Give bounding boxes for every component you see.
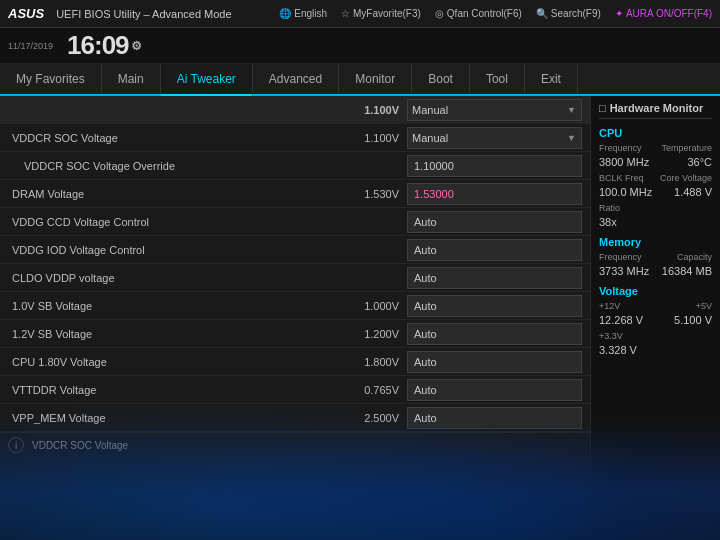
v5-value: 5.100 V bbox=[674, 314, 712, 326]
time-display: 16:09 ⚙ bbox=[67, 30, 141, 61]
row-dram-voltage: DRAM Voltage 1.530V bbox=[0, 180, 590, 208]
1v0-sb-label: 1.0V SB Voltage bbox=[8, 300, 334, 312]
mem-cap-value: 16384 MB bbox=[662, 265, 712, 277]
mem-freq-value: 3733 MHz bbox=[599, 265, 649, 277]
cpu-bclk-label: BCLK Freq bbox=[599, 173, 644, 183]
header-value: 1.100V bbox=[334, 104, 399, 116]
v12-label: +12V bbox=[599, 301, 620, 311]
1v0-sb-value: 1.000V bbox=[334, 300, 399, 312]
row-cpu-1v8: CPU 1.80V Voltage 1.800V bbox=[0, 348, 590, 376]
v12-value: 12.268 V bbox=[599, 314, 643, 326]
cpu-ratio-value-row: 38x bbox=[599, 216, 712, 230]
aura-button[interactable]: ✦ AURA ON/OFF(F4) bbox=[615, 8, 712, 19]
1v0-sb-input[interactable] bbox=[407, 295, 582, 317]
cpu-1v8-input[interactable] bbox=[407, 351, 582, 373]
1v2-sb-label: 1.2V SB Voltage bbox=[8, 328, 334, 340]
search-icon: 🔍 bbox=[536, 8, 548, 19]
bios-title: UEFI BIOS Utility – Advanced Mode bbox=[56, 8, 231, 20]
row-cldo-vddp: CLDO VDDP voltage bbox=[0, 264, 590, 292]
tab-exit[interactable]: Exit bbox=[525, 64, 578, 94]
search-label: Search(F9) bbox=[551, 8, 601, 19]
cpu-1v8-value: 1.800V bbox=[334, 356, 399, 368]
qfan-label: Qfan Control(F6) bbox=[447, 8, 522, 19]
vddcr-soc-override-input[interactable] bbox=[407, 155, 582, 177]
cpu-freq-value-row: 3800 MHz 36°C bbox=[599, 156, 712, 170]
clock-bar: 11/17/2019 16:09 ⚙ bbox=[0, 28, 720, 64]
row-1v0-sb: 1.0V SB Voltage 1.000V bbox=[0, 292, 590, 320]
1v2-sb-value: 1.200V bbox=[334, 328, 399, 340]
date-display: 11/17/2019 bbox=[8, 41, 53, 51]
cpu-temp-label: Temperature bbox=[661, 143, 712, 153]
vddcr-soc-voltage-label: VDDCR SOC Voltage bbox=[8, 132, 334, 144]
fan-icon: ◎ bbox=[435, 8, 444, 19]
v33-label: +3.3V bbox=[599, 331, 623, 341]
tab-tool[interactable]: Tool bbox=[470, 64, 525, 94]
vddg-iod-input[interactable] bbox=[407, 239, 582, 261]
asus-logo: ASUS bbox=[8, 6, 44, 21]
v5-label: +5V bbox=[696, 301, 712, 311]
aura-label: AURA ON/OFF(F4) bbox=[626, 8, 712, 19]
tab-monitor[interactable]: Monitor bbox=[339, 64, 412, 94]
row-vddcr-soc-voltage: VDDCR SOC Voltage 1.100V Manual Auto bbox=[0, 124, 590, 152]
vddcr-soc-voltage-value: 1.100V bbox=[334, 132, 399, 144]
tab-main[interactable]: Main bbox=[102, 64, 161, 94]
voltage-section-title: Voltage bbox=[599, 285, 712, 297]
header-mode-select[interactable]: Manual Auto bbox=[407, 99, 582, 121]
myfavorites-label: MyFavorite(F3) bbox=[353, 8, 421, 19]
clock-gear-icon[interactable]: ⚙ bbox=[131, 39, 141, 53]
dram-voltage-input[interactable] bbox=[407, 183, 582, 205]
mem-freq-row: Frequency Capacity bbox=[599, 252, 712, 262]
v33-value-row: 3.328 V bbox=[599, 344, 712, 358]
vddg-iod-label: VDDG IOD Voltage Control bbox=[8, 244, 334, 256]
row-vddg-iod: VDDG IOD Voltage Control bbox=[0, 236, 590, 264]
globe-icon: 🌐 bbox=[279, 8, 291, 19]
cpu-ratio-value: 38x bbox=[599, 216, 617, 228]
cpu-freq-row: Frequency Temperature bbox=[599, 143, 712, 153]
cpu-corevolt-value: 1.488 V bbox=[674, 186, 712, 198]
cpu-bclk-row: BCLK Freq Core Voltage bbox=[599, 173, 712, 183]
1v2-sb-input[interactable] bbox=[407, 323, 582, 345]
v12-row: +12V +5V bbox=[599, 301, 712, 311]
v33-row: +3.3V bbox=[599, 331, 712, 341]
hw-monitor-title: □ Hardware Monitor bbox=[599, 102, 712, 119]
nav-tabs: My Favorites Main Ai Tweaker Advanced Mo… bbox=[0, 64, 720, 96]
cldo-vddp-input[interactable] bbox=[407, 267, 582, 289]
row-1v2-sb: 1.2V SB Voltage 1.200V bbox=[0, 320, 590, 348]
tab-advanced[interactable]: Advanced bbox=[253, 64, 339, 94]
mem-freq-label: Frequency bbox=[599, 252, 642, 262]
cpu-1v8-label: CPU 1.80V Voltage bbox=[8, 356, 334, 368]
monitor-icon: □ bbox=[599, 102, 606, 114]
mem-cap-label: Capacity bbox=[677, 252, 712, 262]
tab-boot[interactable]: Boot bbox=[412, 64, 470, 94]
cpu-ratio-label: Ratio bbox=[599, 203, 620, 213]
dram-voltage-value: 1.530V bbox=[334, 188, 399, 200]
tab-ai-tweaker[interactable]: Ai Tweaker bbox=[161, 64, 253, 96]
cpu-bclk-value: 100.0 MHz bbox=[599, 186, 652, 198]
header-select-wrapper: Manual Auto bbox=[407, 99, 582, 121]
cpu-bclk-value-row: 100.0 MHz 1.488 V bbox=[599, 186, 712, 200]
english-label: English bbox=[294, 8, 327, 19]
row-vddcr-soc-override: VDDCR SOC Voltage Override bbox=[0, 152, 590, 180]
cpu-temp-value: 36°C bbox=[687, 156, 712, 168]
vddcr-soc-select-wrapper: Manual Auto bbox=[407, 127, 582, 149]
cpu-ratio-row: Ratio bbox=[599, 203, 712, 213]
cpu-freq-label: Frequency bbox=[599, 143, 642, 153]
english-selector[interactable]: 🌐 English bbox=[279, 8, 327, 19]
search-button[interactable]: 🔍 Search(F9) bbox=[536, 8, 601, 19]
v12-value-row: 12.268 V 5.100 V bbox=[599, 314, 712, 328]
cpu-corevolt-label: Core Voltage bbox=[660, 173, 712, 183]
mem-freq-value-row: 3733 MHz 16384 MB bbox=[599, 265, 712, 279]
cpu-freq-value: 3800 MHz bbox=[599, 156, 649, 168]
top-bar: ASUS UEFI BIOS Utility – Advanced Mode 🌐… bbox=[0, 0, 720, 28]
cpu-section-title: CPU bbox=[599, 127, 712, 139]
top-bar-actions: 🌐 English ☆ MyFavorite(F3) ◎ Qfan Contro… bbox=[279, 8, 712, 19]
vddcr-soc-select[interactable]: Manual Auto bbox=[407, 127, 582, 149]
tab-my-favorites[interactable]: My Favorites bbox=[0, 64, 102, 94]
aura-icon: ✦ bbox=[615, 8, 623, 19]
vddg-ccd-input[interactable] bbox=[407, 211, 582, 233]
vddcr-soc-override-label: VDDCR SOC Voltage Override bbox=[8, 160, 334, 172]
dram-voltage-label: DRAM Voltage bbox=[8, 188, 334, 200]
v33-value: 3.328 V bbox=[599, 344, 637, 356]
myfavorites-button[interactable]: ☆ MyFavorite(F3) bbox=[341, 8, 421, 19]
qfan-button[interactable]: ◎ Qfan Control(F6) bbox=[435, 8, 522, 19]
